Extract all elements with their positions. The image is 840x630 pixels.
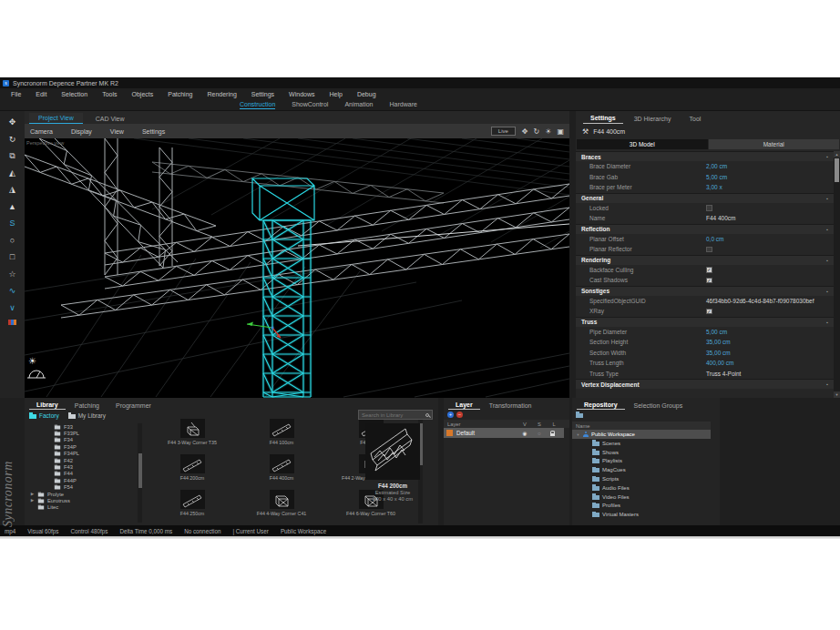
collapse-icon[interactable]: ▪ [826, 227, 828, 232]
repository-item-profiles[interactable]: Profiles [572, 502, 720, 511]
field-name[interactable]: F44 400cm [706, 215, 736, 221]
scroll-down-icon[interactable]: ▼ [834, 391, 840, 398]
repository-item-video-files[interactable]: Video Files [572, 493, 720, 502]
menu-selection[interactable]: Selection [54, 91, 95, 97]
repository-item-magcues[interactable]: MagCues [572, 465, 720, 474]
menu-objects[interactable]: Objects [124, 91, 160, 97]
expand-icon[interactable]: ▾ [576, 432, 580, 437]
tree-item-f33[interactable]: F33 [26, 423, 136, 430]
movinghead-tool-icon[interactable]: ▲ [8, 202, 16, 211]
settings-subtab-material[interactable]: Material [709, 139, 840, 149]
chevron-down-icon[interactable]: ∨ [9, 303, 15, 312]
freehand-tool-icon[interactable]: ∿ [9, 286, 16, 295]
tree-item-f33pl[interactable]: F33PL [26, 430, 136, 436]
tree-item-f42[interactable]: F42 [26, 457, 136, 463]
lock-icon[interactable] [549, 430, 558, 436]
field-truss-type[interactable]: Truss 4-Point [706, 371, 741, 377]
field-brace-per-meter[interactable]: 3,00 x [706, 184, 722, 190]
layer-tab-layer[interactable]: Layer [448, 401, 480, 410]
menu-file[interactable]: File [4, 91, 28, 97]
expand-icon[interactable]: ▶ [30, 498, 35, 503]
repository-item-scripts[interactable]: Scripts [572, 474, 720, 483]
duplicate-tool-icon[interactable]: ⧉ [9, 151, 15, 160]
search-input[interactable] [362, 412, 425, 418]
settings-tab-tool[interactable]: Tool [681, 114, 708, 124]
layer-tab-transformation[interactable]: Transformation [482, 401, 539, 410]
tree-item-prolyte[interactable]: ▶Prolyte [26, 491, 136, 497]
tree-item-f54[interactable]: F54 [26, 484, 136, 491]
repository-item-shows[interactable]: Shows [572, 448, 720, 457]
spline-s-tool-icon[interactable]: S [9, 218, 15, 228]
repository-tab-repository[interactable]: Repository [577, 401, 625, 410]
live-button[interactable]: Live [491, 127, 516, 136]
field-pipe-diameter[interactable]: 5,00 cm [706, 329, 727, 335]
screen-icon[interactable]: ▣ [557, 127, 564, 136]
field-brace-gab[interactable]: 5,00 cm [706, 174, 727, 180]
move-tool-icon[interactable]: ✥ [9, 117, 16, 127]
menu-settings[interactable]: Settings [244, 91, 282, 97]
library-item-f44-3-way-corner-t35[interactable]: F44 3-Way Corner T35 [149, 419, 236, 454]
orbit-icon[interactable]: ↻ [534, 127, 540, 136]
menu-patching[interactable]: Patching [160, 91, 200, 97]
circle-tool-icon[interactable]: ○ [10, 236, 15, 245]
light-icon[interactable]: ☀ [545, 127, 551, 136]
tree-item-f44p[interactable]: F44P [26, 477, 136, 483]
field-section-width[interactable]: 35,00 cm [706, 350, 731, 356]
pan-icon[interactable]: ✥ [522, 127, 528, 136]
repository-item-playlists[interactable]: Playlists [572, 457, 720, 466]
layer-color-swatch[interactable] [446, 430, 453, 436]
repository-tab-selection-groups[interactable]: Selection Groups [627, 401, 691, 410]
viewport-menu-camera[interactable]: Camera [30, 128, 53, 135]
3d-canvas[interactable]: ☀ Perspective view [25, 138, 569, 398]
library-tab-programmer[interactable]: Programmer [108, 401, 159, 410]
menu-edit[interactable]: Edit [28, 91, 54, 97]
menu-windows[interactable]: Windows [282, 91, 322, 97]
library-tab-library[interactable]: Library [29, 401, 66, 410]
section-vertex-displacement[interactable]: Vertex Displacement▪ [576, 379, 834, 389]
star-tool-icon[interactable]: ☆ [8, 269, 15, 279]
library-item-f44-250cm[interactable]: F44 250cm [149, 490, 236, 525]
collapse-icon[interactable]: ▪ [826, 381, 828, 387]
collapse-icon[interactable]: ▪ [826, 154, 828, 159]
tree-item-f43[interactable]: F43 [26, 463, 136, 470]
menu-tools[interactable]: Tools [95, 91, 124, 97]
mode-tab-showcontrol[interactable]: ShowControl [292, 101, 328, 108]
new-folder-icon[interactable] [576, 413, 583, 418]
collapse-icon[interactable]: ▪ [826, 196, 828, 201]
collapse-icon[interactable]: ▪ [826, 258, 828, 263]
field-truss-length[interactable]: 400,00 cm [706, 360, 733, 366]
repository-root[interactable]: ▾Public Workspace [572, 430, 711, 439]
expand-icon[interactable]: ▶ [30, 492, 35, 496]
mode-tab-hardware[interactable]: Hardware [390, 101, 417, 108]
mode-tab-construction[interactable]: Construction [240, 101, 275, 109]
menu-debug[interactable]: Debug [350, 91, 384, 97]
tree-scrollbar[interactable] [138, 423, 142, 523]
section-truss[interactable]: Truss▪ [576, 317, 834, 327]
viewport-menu-display[interactable]: Display [71, 128, 92, 135]
settings-scrollbar[interactable]: ▲ ▼ [834, 151, 840, 398]
layer-row-default[interactable]: Default◉◌ [444, 428, 564, 438]
menu-help[interactable]: Help [322, 91, 349, 97]
library-item-f44-4-way-corner-c41[interactable]: F44 4-Way Corner C41 [238, 490, 325, 525]
library-item-f44-100cm[interactable]: F44 100cm [238, 419, 325, 454]
tree-item-f34pl[interactable]: F34PL [26, 451, 136, 457]
library-item-f44-400cm[interactable]: F44 400cm [238, 454, 325, 490]
section-braces[interactable]: Braces▪ [576, 151, 834, 161]
scroll-up-icon[interactable]: ▲ [834, 151, 840, 158]
field-brace-diameter[interactable]: 2,00 cm [706, 163, 727, 169]
add-layer-icon[interactable]: + [447, 412, 454, 418]
library-item-f44-200cm[interactable]: F44 200cm [149, 454, 236, 490]
settings-subtab-3d-model[interactable]: 3D Model [577, 139, 708, 149]
section-reflection[interactable]: Reflection▪ [576, 224, 834, 234]
checkbox-cast-shadows[interactable]: ✓ [706, 278, 712, 284]
tree-item-f44[interactable]: F44 [26, 471, 136, 477]
tree-item-f34p[interactable]: F34P [26, 443, 136, 450]
library-tab-patching[interactable]: Patching [67, 401, 107, 410]
search-icon[interactable] [425, 413, 429, 417]
scrollbar-thumb[interactable] [835, 158, 839, 182]
checkbox-backface-culling[interactable]: ✓ [706, 267, 712, 273]
section-sonstiges[interactable]: Sonstiges▪ [576, 286, 834, 296]
viewport-tab-project-view[interactable]: Project View [29, 113, 83, 124]
tree-item-eurotruss[interactable]: ▶Eurotruss [26, 497, 136, 503]
repository-item-audio-files[interactable]: Audio Files [572, 483, 720, 493]
